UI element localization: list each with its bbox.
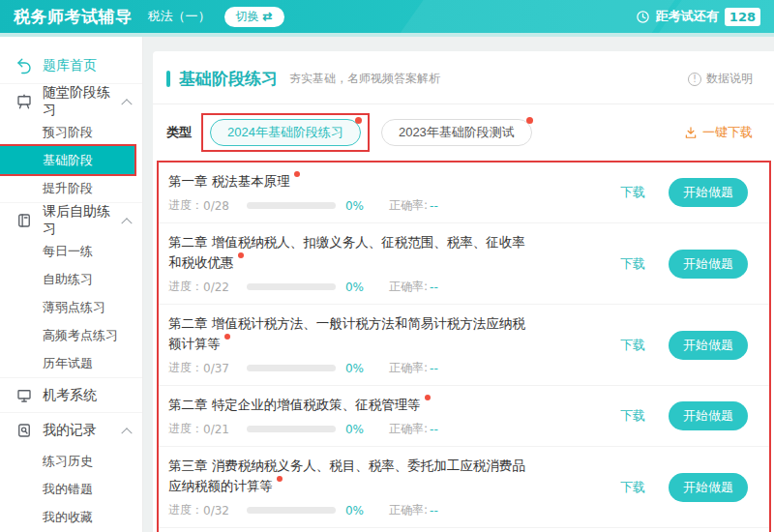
sidebar-item-15[interactable]: 我的收藏 bbox=[0, 503, 142, 531]
sidebar-item-7[interactable]: 自助练习 bbox=[0, 265, 142, 293]
sidebar-item-label: 每日一练 bbox=[43, 243, 93, 260]
page-header: 基础阶段练习 夯实基础，名师视频答案解析 ! 数据说明 bbox=[153, 51, 774, 104]
chapter-row: 第二章 增值税计税方法、一般计税方法和简易计税方法应纳税额计算等 进度： 0/3… bbox=[159, 304, 769, 385]
accuracy-label: 正确率: bbox=[389, 360, 428, 376]
accuracy-label: 正确率: bbox=[389, 421, 428, 437]
progress-row: 进度： 0/28 0% 正确率: -- bbox=[168, 197, 438, 214]
progress-value: 0/37 bbox=[203, 362, 229, 375]
sidebar-item-12[interactable]: 我的记录 bbox=[0, 412, 142, 447]
record-icon bbox=[15, 422, 33, 439]
filter-type-label: 类型 bbox=[166, 124, 192, 141]
chapter-actions: 下载 开始做题 bbox=[620, 250, 758, 279]
countdown-label: 距考试还有 bbox=[656, 8, 719, 25]
sidebar-item-8[interactable]: 薄弱点练习 bbox=[0, 293, 142, 321]
exam-countdown: 距考试还有 128 bbox=[636, 8, 760, 26]
app-window: 税务师考试辅导 税法（一） 切换 ⇄ 距考试还有 128 题库首页 随堂阶段练习… bbox=[0, 0, 774, 532]
sidebar-item-label: 题库首页 bbox=[43, 57, 97, 74]
new-badge-dot bbox=[294, 171, 300, 177]
chapter-title: 第二章 特定企业的增值税政策、征税管理等 bbox=[168, 397, 421, 412]
new-badge-dot bbox=[425, 395, 431, 400]
data-note-label: 数据说明 bbox=[706, 71, 753, 87]
sidebar-item-5[interactable]: 课后自助练习 bbox=[0, 202, 142, 237]
subject-label: 税法（一） bbox=[148, 8, 211, 25]
sidebar-item-3-selected[interactable]: 基础阶段 bbox=[0, 146, 134, 174]
chapter-info: 第三章 消费税纳税义务人、税目、税率、委托加工应税消费品应纳税额的计算等 进度：… bbox=[168, 456, 528, 518]
page-title: 基础阶段练习 bbox=[179, 68, 278, 90]
top-header: 税务师考试辅导 税法（一） 切换 ⇄ 距考试还有 128 bbox=[0, 0, 774, 33]
book-icon bbox=[15, 212, 33, 229]
download-link[interactable]: 下载 bbox=[620, 479, 645, 496]
sidebar-item-label: 机考系统 bbox=[43, 387, 97, 404]
download-link[interactable]: 下载 bbox=[620, 255, 645, 273]
chapter-info: 第二章 特定企业的增值税政策、征税管理等 进度： 0/21 0% 正确率: -- bbox=[168, 395, 438, 437]
sidebar-item-label: 课后自助练习 bbox=[43, 203, 123, 238]
new-badge-dot bbox=[277, 476, 283, 482]
swap-arrows-icon: ⇄ bbox=[263, 10, 273, 23]
badge-dot bbox=[526, 117, 533, 124]
sidebar-item-6[interactable]: 每日一练 bbox=[0, 237, 142, 265]
app-title: 税务师考试辅导 bbox=[14, 6, 133, 28]
download-all-link[interactable]: 一键下载 bbox=[684, 124, 753, 141]
annotation-box-filter-tab: 2024年基础阶段练习 bbox=[201, 113, 370, 152]
sidebar-item-9[interactable]: 高频考点练习 bbox=[0, 321, 142, 349]
sidebar-item-2[interactable]: 预习阶段 bbox=[0, 118, 142, 146]
chapter-title: 第一章 税法基本原理 bbox=[168, 173, 290, 189]
chapter-info: 第二章 增值税纳税人、扣缴义务人、征税范围、税率、征收率和税收优惠 进度： 0/… bbox=[168, 232, 528, 295]
sidebar-item-4[interactable]: 提升阶段 bbox=[0, 174, 142, 202]
sidebar-item-label: 高频考点练习 bbox=[43, 327, 118, 344]
monitor-icon bbox=[15, 387, 33, 404]
accuracy-label: 正确率: bbox=[389, 197, 428, 214]
chapter-row: 第三章 进口、批发、零售环节应纳消费税的计算、征收管理等 下载 开始做题 bbox=[159, 527, 769, 532]
switch-button[interactable]: 切换 ⇄ bbox=[224, 7, 284, 27]
sidebar-item-0[interactable]: 题库首页 bbox=[0, 48, 142, 83]
chapter-actions: 下载 开始做题 bbox=[620, 331, 758, 360]
new-badge-dot bbox=[238, 252, 244, 258]
progress-row: 进度： 0/22 0% 正确率: -- bbox=[168, 279, 528, 295]
progress-label: 进度： bbox=[168, 279, 203, 295]
chapter-row: 第二章 增值税纳税人、扣缴义务人、征税范围、税率、征收率和税收优惠 进度： 0/… bbox=[159, 222, 769, 304]
progress-percent: 0% bbox=[345, 199, 364, 213]
sidebar: 题库首页 随堂阶段练习 预习阶段 基础阶段 提升阶段 课后自助练习 每日一练 自… bbox=[0, 37, 143, 532]
download-link[interactable]: 下载 bbox=[620, 337, 645, 354]
progress-percent: 0% bbox=[345, 504, 364, 517]
sidebar-item-label: 提升阶段 bbox=[43, 180, 93, 197]
progress-percent: 0% bbox=[345, 281, 364, 294]
chapter-info: 第一章 税法基本原理 进度： 0/28 0% 正确率: -- bbox=[168, 171, 438, 214]
sidebar-item-label: 基础阶段 bbox=[43, 152, 93, 169]
sidebar-item-14[interactable]: 我的错题 bbox=[0, 475, 142, 503]
chapter-actions: 下载 开始做题 bbox=[620, 401, 758, 430]
chapter-info: 第二章 增值税计税方法、一般计税方法和简易计税方法应纳税额计算等 进度： 0/3… bbox=[168, 313, 528, 376]
sidebar-item-13[interactable]: 练习历史 bbox=[0, 447, 142, 475]
start-button[interactable]: 开始做题 bbox=[669, 401, 748, 430]
accuracy-value: -- bbox=[430, 281, 438, 294]
chevron-up-icon bbox=[121, 218, 132, 228]
progress-row: 进度： 0/32 0% 正确率: -- bbox=[168, 502, 528, 518]
filter-tab-2024-basic-practice[interactable]: 2024年基础阶段练习 bbox=[210, 119, 361, 146]
sidebar-item-label: 练习历史 bbox=[43, 453, 93, 470]
chapter-title: 第二章 增值税计税方法、一般计税方法和简易计税方法应纳税额计算等 bbox=[168, 315, 525, 351]
chapter-row: 第一章 税法基本原理 进度： 0/28 0% 正确率: -- 下载 开始做题 bbox=[159, 163, 769, 222]
start-button[interactable]: 开始做题 bbox=[669, 331, 748, 360]
download-link[interactable]: 下载 bbox=[620, 184, 645, 201]
accuracy-label: 正确率: bbox=[389, 279, 428, 295]
progress-row: 进度： 0/37 0% 正确率: -- bbox=[168, 360, 528, 376]
chapter-actions: 下载 开始做题 bbox=[620, 178, 758, 207]
sidebar-item-1[interactable]: 随堂阶段练习 bbox=[0, 83, 142, 118]
start-button[interactable]: 开始做题 bbox=[669, 250, 748, 279]
download-link[interactable]: 下载 bbox=[620, 407, 645, 425]
sidebar-item-label: 我的错题 bbox=[43, 481, 93, 498]
data-note-link[interactable]: ! 数据说明 bbox=[688, 71, 753, 87]
main-card: 基础阶段练习 夯实基础，名师视频答案解析 ! 数据说明 类型 2024年基础阶段… bbox=[153, 51, 774, 532]
progress-percent: 0% bbox=[345, 362, 364, 375]
start-button[interactable]: 开始做题 bbox=[669, 473, 748, 502]
chevron-up-icon bbox=[121, 99, 132, 109]
progress-bar bbox=[247, 426, 336, 432]
sidebar-item-label: 薄弱点练习 bbox=[43, 299, 105, 316]
download-icon bbox=[684, 126, 698, 139]
filter-tab-2023-basic-test[interactable]: 2023年基础阶段测试 bbox=[381, 119, 532, 146]
start-button[interactable]: 开始做题 bbox=[669, 178, 748, 207]
sidebar-item-11[interactable]: 机考系统 bbox=[0, 377, 142, 412]
sidebar-item-10[interactable]: 历年试题 bbox=[0, 349, 142, 377]
filter-tab-label: 2024年基础阶段练习 bbox=[227, 125, 343, 139]
clock-icon bbox=[636, 10, 650, 24]
